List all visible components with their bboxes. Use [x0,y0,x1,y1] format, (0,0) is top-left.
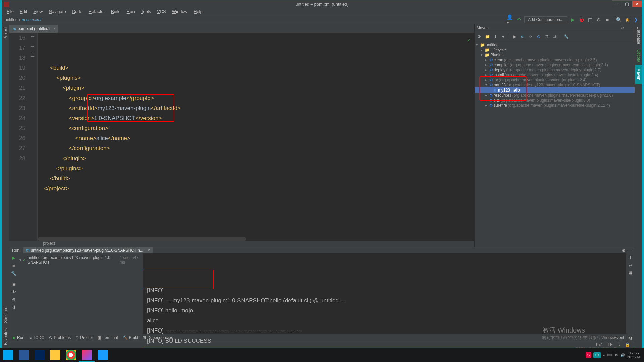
close-icon[interactable]: × [148,248,150,253]
stop-icon[interactable]: ■ [604,16,611,23]
codota-icon[interactable]: ❯ [633,16,639,23]
powershell-icon[interactable] [32,348,47,362]
editor-tab-pom[interactable]: m pom.xml (untitled) × [9,25,58,33]
editor-tab-label: pom.xml (untitled) [18,26,50,31]
toggle-offline-icon[interactable]: ✧ [528,34,533,39]
wrench-icon[interactable]: 🔧 [563,34,569,39]
filter-icon[interactable]: ⊕ [12,297,16,302]
breadcrumb-project[interactable]: untitled [5,17,18,22]
run-tree-item[interactable]: ▾ untitled [org.example:my123-maven-plug… [19,255,141,265]
menu-code[interactable]: Code [69,8,85,15]
maven-node-Plugins[interactable]: ▾📁 Plugins [475,52,635,57]
explorer-icon[interactable] [47,348,63,362]
add-icon[interactable]: + [501,34,506,39]
settings-icon[interactable]: 🔧 [11,271,16,276]
task-view-icon[interactable] [16,348,32,362]
close-button[interactable]: ✕ [632,0,642,7]
intellij-icon[interactable] [79,348,95,362]
skip-tests-icon[interactable]: ⊘ [536,34,541,39]
collapse-icon[interactable]: ⇈ [544,34,549,39]
minimize-button[interactable]: – [612,0,622,7]
maximize-button[interactable]: ▢ [622,0,632,7]
expand-icon[interactable]: ⇊ [12,305,16,310]
console-output[interactable]: [INFO][INFO] --- my123-maven-plugin:1.0-… [143,253,626,362]
menu-edit[interactable]: Edit [17,8,30,15]
editor-footer: project [9,241,474,247]
stop-icon[interactable]: ■ [12,263,15,268]
scroll-up-icon[interactable]: ↥ [629,255,632,260]
hide-icon[interactable]: — [628,248,632,253]
chrome-icon[interactable] [63,348,79,362]
rerun-icon[interactable]: ▶ [12,255,15,260]
ime-icon[interactable]: S [586,352,591,358]
menubar: FileEditViewNavigateCodeRefactorBuildRun… [2,8,642,15]
menu-run[interactable]: Run [124,8,138,15]
menu-file[interactable]: File [4,8,16,15]
maven-node-clean[interactable]: ▸⚙ clean (org.apache.maven.plugins:maven… [475,57,635,62]
maven-node-compiler[interactable]: ▸⚙ compiler (org.apache.maven.plugins:ma… [475,62,635,67]
app-icon[interactable] [95,348,110,362]
menu-refactor[interactable]: Refactor [86,8,108,15]
gear-icon[interactable]: ⚙ [619,25,625,31]
gear-icon[interactable]: ⚙ [622,248,626,253]
breadcrumb-file[interactable]: pom.xml [22,17,41,22]
close-icon[interactable]: × [54,27,56,31]
tool-todo[interactable]: ≡ TODO [29,335,44,340]
user-icon[interactable]: 👤▾ [507,16,514,23]
debug-icon[interactable]: 🐞 [578,16,585,23]
maven-node-Lifecycle[interactable]: ▸📁 Lifecycle [475,47,635,52]
menu-build[interactable]: Build [108,8,123,15]
tool-project[interactable]: Project [3,24,9,42]
network-icon[interactable]: 🖥 [614,353,618,357]
menu-help[interactable]: Help [191,8,205,15]
sound-icon[interactable]: 🔊 [620,353,625,357]
menu-navigate[interactable]: Navigate [46,8,68,15]
m-icon[interactable]: m [520,34,525,39]
run-tab[interactable]: m untitled [org.example:my123-maven-plug… [23,247,153,253]
print-icon[interactable]: 🖶 [628,271,633,276]
back-icon[interactable]: ↶ [516,16,522,23]
ide-updates-icon[interactable]: ◉ [624,16,631,23]
search-icon[interactable]: 🔍 [615,16,622,23]
show-deps-icon[interactable]: ⇉ [552,34,557,39]
generate-sources-icon[interactable]: 📁 [485,34,490,39]
tool-run[interactable]: ▶Run [13,335,24,340]
view-icon[interactable]: 👁 [12,289,16,294]
tool-problems[interactable]: ⊘ Problems [49,335,71,340]
tool-profiler[interactable]: ⊙ Profiler [75,335,93,340]
reload-icon[interactable]: ⟳ [477,34,482,39]
keyboard-icon[interactable]: ⌨ [607,353,612,357]
tool-database[interactable]: Database [636,24,642,47]
pin-icon[interactable]: ▣ [12,282,16,287]
app-icon [4,2,9,7]
lang-icon[interactable]: 中 [593,352,601,358]
menu-vcs[interactable]: VCS [154,8,169,15]
profile-icon[interactable]: ⊙ [595,16,602,23]
maven-node-untitled[interactable]: ▾📁 untitled [475,42,635,47]
tool-build[interactable]: 🔨 Build [123,335,138,340]
add-configuration-button[interactable]: Add Configuration... [524,16,567,23]
menu-view[interactable]: View [31,8,45,15]
code-editor[interactable]: ✓ 16171819202122232425262728 ––– <build>… [9,33,474,241]
tool-terminal[interactable]: ▣ Terminal [98,335,118,340]
tool-maven[interactable]: Maven [635,65,642,84]
horizontal-scrollbar[interactable] [38,237,246,241]
tool-codota[interactable]: Codota [636,47,642,65]
taskbar-clock[interactable]: 17:552022/1/6 [627,351,641,359]
hide-icon[interactable]: — [627,25,633,31]
start-button[interactable] [0,348,16,362]
tool-structure[interactable]: Structure [3,304,9,326]
tray-icon[interactable]: ▴ [603,353,605,357]
download-icon[interactable]: ⬇ [493,34,498,39]
menu-tools[interactable]: Tools [138,8,154,15]
run-icon[interactable]: ▶ [569,16,576,23]
run-maven-icon[interactable]: ▶ [512,34,517,39]
soft-wrap-icon[interactable]: ↩ [629,263,632,268]
windows-taskbar: S 中 ▴ ⌨ 🖥 🔊 17:552022/1/6 [0,348,644,362]
tool-favorites[interactable]: Favorites [3,326,9,348]
window-title: untitled – pom.xml (untitled) [295,2,349,7]
maven-node-deploy[interactable]: ▸⚙ deploy (org.apache.maven.plugins:mave… [475,67,635,72]
menu-window[interactable]: Window [169,8,190,15]
maven-node-surefire[interactable]: ▸⚙ surefire (org.apache.maven.plugins:ma… [475,103,635,108]
coverage-icon[interactable]: ◱ [587,16,593,23]
